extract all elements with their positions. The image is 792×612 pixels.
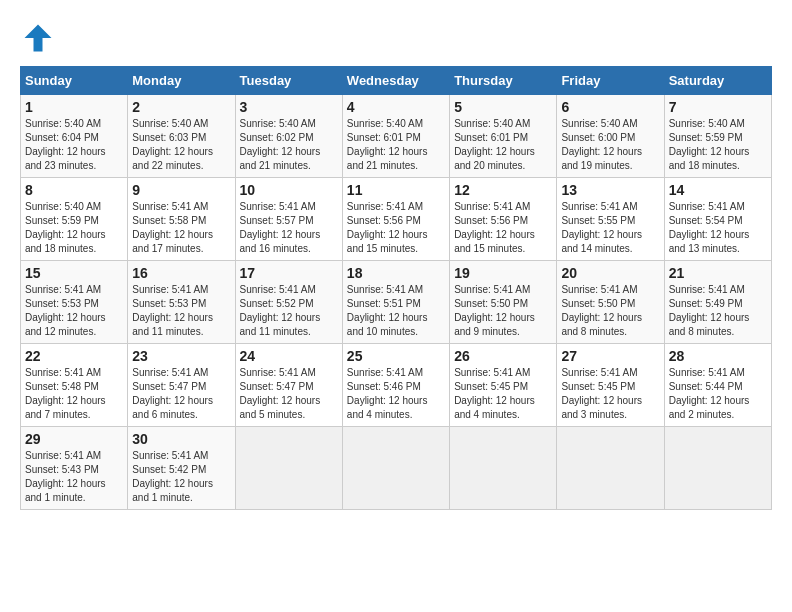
empty-cell (235, 427, 342, 510)
day-number: 18 (347, 265, 445, 281)
day-info: Sunrise: 5:41 AMSunset: 5:45 PMDaylight:… (561, 367, 642, 420)
day-number: 29 (25, 431, 123, 447)
day-number: 17 (240, 265, 338, 281)
day-cell-27: 27Sunrise: 5:41 AMSunset: 5:45 PMDayligh… (557, 344, 664, 427)
day-cell-9: 9Sunrise: 5:41 AMSunset: 5:58 PMDaylight… (128, 178, 235, 261)
day-number: 11 (347, 182, 445, 198)
day-cell-5: 5Sunrise: 5:40 AMSunset: 6:01 PMDaylight… (450, 95, 557, 178)
day-info: Sunrise: 5:41 AMSunset: 5:50 PMDaylight:… (561, 284, 642, 337)
day-info: Sunrise: 5:41 AMSunset: 5:49 PMDaylight:… (669, 284, 750, 337)
day-number: 6 (561, 99, 659, 115)
day-number: 22 (25, 348, 123, 364)
day-number: 5 (454, 99, 552, 115)
header-friday: Friday (557, 67, 664, 95)
day-cell-6: 6Sunrise: 5:40 AMSunset: 6:00 PMDaylight… (557, 95, 664, 178)
day-cell-22: 22Sunrise: 5:41 AMSunset: 5:48 PMDayligh… (21, 344, 128, 427)
day-info: Sunrise: 5:41 AMSunset: 5:43 PMDaylight:… (25, 450, 106, 503)
day-cell-7: 7Sunrise: 5:40 AMSunset: 5:59 PMDaylight… (664, 95, 771, 178)
day-cell-26: 26Sunrise: 5:41 AMSunset: 5:45 PMDayligh… (450, 344, 557, 427)
header-monday: Monday (128, 67, 235, 95)
day-number: 8 (25, 182, 123, 198)
day-cell-30: 30Sunrise: 5:41 AMSunset: 5:42 PMDayligh… (128, 427, 235, 510)
day-cell-19: 19Sunrise: 5:41 AMSunset: 5:50 PMDayligh… (450, 261, 557, 344)
day-cell-21: 21Sunrise: 5:41 AMSunset: 5:49 PMDayligh… (664, 261, 771, 344)
day-cell-4: 4Sunrise: 5:40 AMSunset: 6:01 PMDaylight… (342, 95, 449, 178)
day-info: Sunrise: 5:41 AMSunset: 5:57 PMDaylight:… (240, 201, 321, 254)
calendar-week-5: 29Sunrise: 5:41 AMSunset: 5:43 PMDayligh… (21, 427, 772, 510)
day-info: Sunrise: 5:40 AMSunset: 6:00 PMDaylight:… (561, 118, 642, 171)
day-number: 7 (669, 99, 767, 115)
day-cell-15: 15Sunrise: 5:41 AMSunset: 5:53 PMDayligh… (21, 261, 128, 344)
day-info: Sunrise: 5:41 AMSunset: 5:47 PMDaylight:… (132, 367, 213, 420)
empty-cell (450, 427, 557, 510)
day-info: Sunrise: 5:41 AMSunset: 5:50 PMDaylight:… (454, 284, 535, 337)
day-number: 9 (132, 182, 230, 198)
day-cell-17: 17Sunrise: 5:41 AMSunset: 5:52 PMDayligh… (235, 261, 342, 344)
day-number: 27 (561, 348, 659, 364)
day-info: Sunrise: 5:41 AMSunset: 5:45 PMDaylight:… (454, 367, 535, 420)
day-number: 23 (132, 348, 230, 364)
calendar-table: SundayMondayTuesdayWednesdayThursdayFrid… (20, 66, 772, 510)
day-info: Sunrise: 5:40 AMSunset: 6:01 PMDaylight:… (347, 118, 428, 171)
day-info: Sunrise: 5:40 AMSunset: 6:01 PMDaylight:… (454, 118, 535, 171)
day-cell-29: 29Sunrise: 5:41 AMSunset: 5:43 PMDayligh… (21, 427, 128, 510)
day-number: 20 (561, 265, 659, 281)
day-cell-10: 10Sunrise: 5:41 AMSunset: 5:57 PMDayligh… (235, 178, 342, 261)
calendar-week-4: 22Sunrise: 5:41 AMSunset: 5:48 PMDayligh… (21, 344, 772, 427)
day-info: Sunrise: 5:41 AMSunset: 5:52 PMDaylight:… (240, 284, 321, 337)
day-info: Sunrise: 5:41 AMSunset: 5:56 PMDaylight:… (347, 201, 428, 254)
day-cell-11: 11Sunrise: 5:41 AMSunset: 5:56 PMDayligh… (342, 178, 449, 261)
day-info: Sunrise: 5:41 AMSunset: 5:58 PMDaylight:… (132, 201, 213, 254)
day-cell-12: 12Sunrise: 5:41 AMSunset: 5:56 PMDayligh… (450, 178, 557, 261)
day-cell-23: 23Sunrise: 5:41 AMSunset: 5:47 PMDayligh… (128, 344, 235, 427)
logo-icon (20, 20, 56, 56)
day-info: Sunrise: 5:40 AMSunset: 5:59 PMDaylight:… (25, 201, 106, 254)
calendar-week-1: 1Sunrise: 5:40 AMSunset: 6:04 PMDaylight… (21, 95, 772, 178)
day-info: Sunrise: 5:41 AMSunset: 5:53 PMDaylight:… (132, 284, 213, 337)
day-cell-24: 24Sunrise: 5:41 AMSunset: 5:47 PMDayligh… (235, 344, 342, 427)
day-cell-3: 3Sunrise: 5:40 AMSunset: 6:02 PMDaylight… (235, 95, 342, 178)
calendar-week-2: 8Sunrise: 5:40 AMSunset: 5:59 PMDaylight… (21, 178, 772, 261)
day-cell-2: 2Sunrise: 5:40 AMSunset: 6:03 PMDaylight… (128, 95, 235, 178)
header-saturday: Saturday (664, 67, 771, 95)
day-cell-8: 8Sunrise: 5:40 AMSunset: 5:59 PMDaylight… (21, 178, 128, 261)
day-cell-1: 1Sunrise: 5:40 AMSunset: 6:04 PMDaylight… (21, 95, 128, 178)
day-number: 1 (25, 99, 123, 115)
day-info: Sunrise: 5:41 AMSunset: 5:42 PMDaylight:… (132, 450, 213, 503)
day-info: Sunrise: 5:41 AMSunset: 5:46 PMDaylight:… (347, 367, 428, 420)
day-number: 26 (454, 348, 552, 364)
empty-cell (664, 427, 771, 510)
day-number: 14 (669, 182, 767, 198)
day-info: Sunrise: 5:40 AMSunset: 6:04 PMDaylight:… (25, 118, 106, 171)
day-info: Sunrise: 5:41 AMSunset: 5:54 PMDaylight:… (669, 201, 750, 254)
day-info: Sunrise: 5:40 AMSunset: 5:59 PMDaylight:… (669, 118, 750, 171)
day-info: Sunrise: 5:41 AMSunset: 5:56 PMDaylight:… (454, 201, 535, 254)
svg-marker-0 (25, 25, 52, 52)
day-cell-28: 28Sunrise: 5:41 AMSunset: 5:44 PMDayligh… (664, 344, 771, 427)
day-number: 24 (240, 348, 338, 364)
calendar-week-3: 15Sunrise: 5:41 AMSunset: 5:53 PMDayligh… (21, 261, 772, 344)
day-info: Sunrise: 5:41 AMSunset: 5:51 PMDaylight:… (347, 284, 428, 337)
day-number: 21 (669, 265, 767, 281)
day-info: Sunrise: 5:41 AMSunset: 5:55 PMDaylight:… (561, 201, 642, 254)
empty-cell (342, 427, 449, 510)
day-info: Sunrise: 5:41 AMSunset: 5:47 PMDaylight:… (240, 367, 321, 420)
day-number: 4 (347, 99, 445, 115)
header-tuesday: Tuesday (235, 67, 342, 95)
day-cell-20: 20Sunrise: 5:41 AMSunset: 5:50 PMDayligh… (557, 261, 664, 344)
logo (20, 20, 60, 56)
header-row: SundayMondayTuesdayWednesdayThursdayFrid… (21, 67, 772, 95)
day-info: Sunrise: 5:41 AMSunset: 5:44 PMDaylight:… (669, 367, 750, 420)
day-number: 19 (454, 265, 552, 281)
day-cell-13: 13Sunrise: 5:41 AMSunset: 5:55 PMDayligh… (557, 178, 664, 261)
day-cell-16: 16Sunrise: 5:41 AMSunset: 5:53 PMDayligh… (128, 261, 235, 344)
day-number: 25 (347, 348, 445, 364)
day-cell-25: 25Sunrise: 5:41 AMSunset: 5:46 PMDayligh… (342, 344, 449, 427)
day-number: 16 (132, 265, 230, 281)
day-number: 13 (561, 182, 659, 198)
day-cell-18: 18Sunrise: 5:41 AMSunset: 5:51 PMDayligh… (342, 261, 449, 344)
day-info: Sunrise: 5:41 AMSunset: 5:48 PMDaylight:… (25, 367, 106, 420)
day-number: 10 (240, 182, 338, 198)
page-header (20, 20, 772, 56)
day-info: Sunrise: 5:40 AMSunset: 6:03 PMDaylight:… (132, 118, 213, 171)
